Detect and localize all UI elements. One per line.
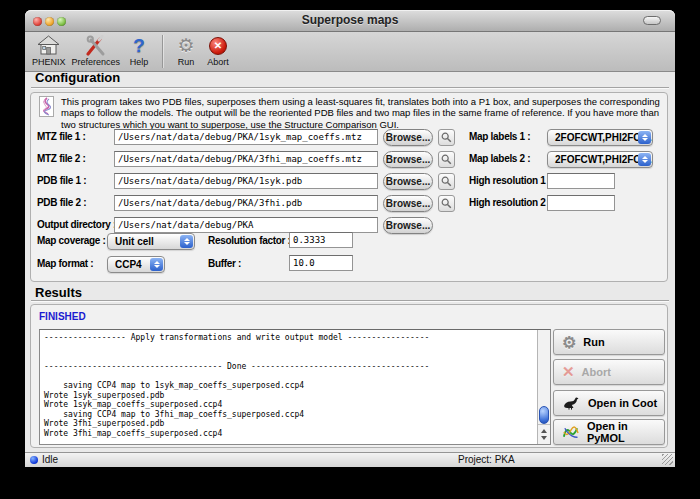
run-gear-icon: ⚙ <box>178 34 195 57</box>
high-resolution-2-input[interactable] <box>547 195 615 211</box>
toolbar: PHENIX Preferences ? Help ⚙ Run ✕ Abo <box>25 32 675 72</box>
dropdown-stepper-icon <box>180 235 193 248</box>
magnifier-icon <box>441 176 452 187</box>
mtz-file-2-input[interactable] <box>114 151 378 167</box>
resolution-factor-label: Resolution factor : <box>208 235 291 246</box>
scrollbar-thumb[interactable] <box>539 406 549 424</box>
toolbar-item-label: Abort <box>207 57 229 67</box>
buffer-label: Buffer : <box>208 258 241 269</box>
mtz-file-2-view-button[interactable] <box>438 151 455 168</box>
toolbar-item-label: PHENIX <box>32 57 66 67</box>
abort-button-label: Abort <box>582 366 611 378</box>
close-button[interactable] <box>33 17 42 26</box>
results-panel: FINISHED ----------------- Apply transfo… <box>30 304 668 448</box>
map-format-value: CCP4 <box>115 259 142 270</box>
status-text: Idle <box>42 454 58 465</box>
buffer-input[interactable] <box>289 255 353 271</box>
toolbar-item-run[interactable]: ⚙ Run <box>173 34 199 67</box>
magnifier-icon <box>441 198 452 209</box>
status-badge: FINISHED <box>39 311 86 322</box>
high-resolution-2-label: High resolution 2 : <box>469 197 551 208</box>
app-window: Superpose maps PHENIX <box>25 10 675 467</box>
results-heading: Results <box>35 285 82 300</box>
preferences-tools-icon <box>84 34 107 57</box>
output-directory-browse-button[interactable]: Browse... <box>383 217 433 234</box>
toolbar-separator <box>162 35 163 68</box>
resize-grip[interactable] <box>662 454 673 465</box>
toolbar-item-abort[interactable]: ✕ Abort <box>205 34 231 67</box>
mtz-file-1-view-button[interactable] <box>438 129 455 146</box>
help-question-icon: ? <box>133 35 145 57</box>
mtz-file-1-label: MTZ file 1 : <box>37 131 86 142</box>
open-in-coot-button[interactable]: Open in Coot <box>553 390 665 416</box>
output-directory-input[interactable] <box>114 217 378 233</box>
log-output[interactable]: ----------------- Apply transformations … <box>39 329 551 445</box>
phenix-home-icon <box>37 34 60 57</box>
map-format-dropdown[interactable]: CCP4 <box>107 256 165 273</box>
map-labels-1-dropdown[interactable]: 2FOFCWT,PHI2FOF... <box>547 129 653 146</box>
scroll-up-icon[interactable] <box>541 429 547 433</box>
map-coverage-dropdown[interactable]: Unit cell <box>107 233 195 250</box>
pdb-file-1-browse-button[interactable]: Browse... <box>383 173 433 190</box>
toolbar-item-preferences[interactable]: Preferences <box>72 34 121 67</box>
pdb-file-2-input[interactable] <box>114 195 378 211</box>
abort-button[interactable]: ✕ Abort <box>553 359 665 385</box>
configuration-heading: Configuration <box>35 70 120 85</box>
toolbar-item-help[interactable]: ? Help <box>126 34 152 67</box>
window-title: Superpose maps <box>25 10 675 31</box>
pdb-file-1-label: PDB file 1 : <box>37 175 86 186</box>
open-in-pymol-button[interactable]: Open in PyMOL <box>553 419 665 445</box>
open-in-pymol-label: Open in PyMOL <box>587 420 664 444</box>
run-button-label: Run <box>583 336 604 348</box>
pdb-file-1-view-button[interactable] <box>438 173 455 190</box>
divider <box>31 87 669 88</box>
dropdown-stepper-icon <box>638 153 651 166</box>
dropdown-stepper-icon <box>150 258 163 271</box>
scrollbar-arrows[interactable] <box>538 424 550 444</box>
minimize-button[interactable] <box>45 17 54 26</box>
high-resolution-1-label: High resolution 1 : <box>469 175 551 186</box>
toolbar-item-phenix[interactable]: PHENIX <box>32 34 66 67</box>
pymol-ribbon-icon <box>562 424 580 440</box>
abort-x-icon: ✕ <box>562 363 575 381</box>
map-format-label: Map format : <box>37 258 93 269</box>
title-bar[interactable]: Superpose maps <box>25 10 675 32</box>
toolbar-toggle-button[interactable] <box>643 16 661 25</box>
pdb-file-1-input[interactable] <box>114 173 378 189</box>
divider <box>31 300 669 301</box>
open-in-coot-label: Open in Coot <box>588 397 657 409</box>
pdb-file-2-label: PDB file 2 : <box>37 197 86 208</box>
status-indicator-icon <box>30 456 38 464</box>
program-description: This program takes two PDB files, superp… <box>61 96 661 130</box>
zoom-button[interactable] <box>57 17 66 26</box>
pdb-file-2-view-button[interactable] <box>438 195 455 212</box>
mtz-file-1-browse-button[interactable]: Browse... <box>383 129 433 146</box>
project-label: Project: PKA <box>458 454 515 465</box>
protein-ribbon-icon <box>39 96 54 117</box>
map-labels-2-label: Map labels 2 : <box>469 153 530 164</box>
dropdown-stepper-icon <box>638 131 651 144</box>
log-text: ----------------- Apply transformations … <box>40 330 550 439</box>
mtz-file-2-browse-button[interactable]: Browse... <box>383 151 433 168</box>
scroll-down-icon[interactable] <box>541 436 547 440</box>
coot-bird-icon <box>562 396 581 410</box>
map-coverage-label: Map coverage : <box>37 235 106 246</box>
configuration-panel: This program takes two PDB files, superp… <box>30 92 668 282</box>
resolution-factor-input[interactable] <box>289 232 353 248</box>
log-scrollbar[interactable] <box>537 330 550 444</box>
map-labels-2-dropdown[interactable]: 2FOFCWT,PHI2FOF... <box>547 151 653 168</box>
magnifier-icon <box>441 154 452 165</box>
map-coverage-value: Unit cell <box>115 236 154 247</box>
toolbar-item-label: Preferences <box>72 57 121 67</box>
output-directory-label: Output directory : <box>37 219 116 230</box>
run-button[interactable]: ⚙ Run <box>553 329 665 355</box>
toolbar-item-label: Help <box>130 57 149 67</box>
run-gear-icon: ⚙ <box>562 333 576 352</box>
map-labels-1-label: Map labels 1 : <box>469 131 530 142</box>
toolbar-item-label: Run <box>178 57 195 67</box>
mtz-file-2-label: MTZ file 2 : <box>37 153 86 164</box>
high-resolution-1-input[interactable] <box>547 173 615 189</box>
status-bar: Idle Project: PKA <box>25 452 675 467</box>
pdb-file-2-browse-button[interactable]: Browse... <box>383 195 433 212</box>
mtz-file-1-input[interactable] <box>114 129 378 145</box>
